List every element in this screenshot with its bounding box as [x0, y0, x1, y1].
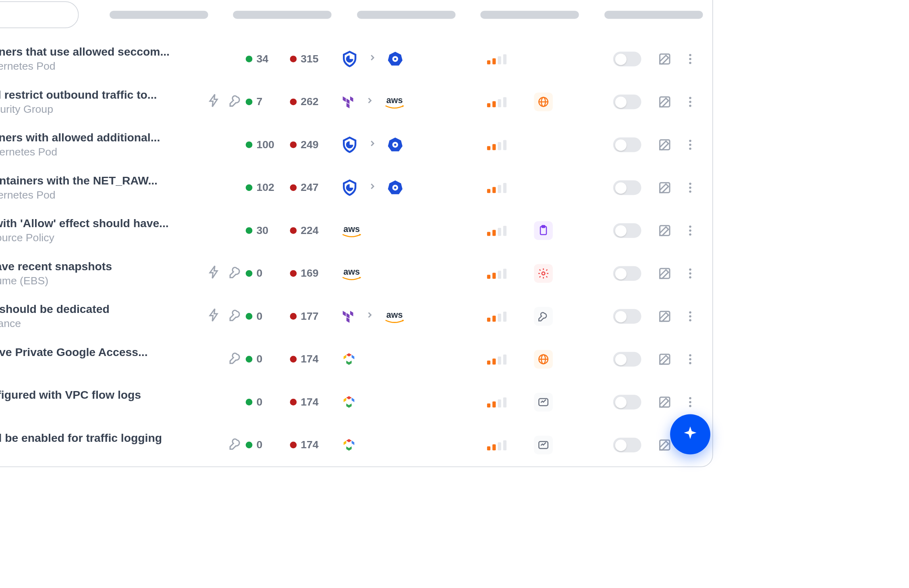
- filter-placeholder[interactable]: [357, 11, 455, 19]
- svg-point-17: [689, 105, 691, 107]
- svg-point-25: [689, 147, 691, 150]
- platform-icons: aws: [341, 224, 435, 238]
- fail-count: 169: [290, 267, 338, 280]
- svg-point-45: [689, 268, 691, 271]
- svg-point-67: [689, 362, 691, 364]
- fail-count: 174: [290, 439, 338, 451]
- toggle-switch[interactable]: [613, 352, 641, 367]
- rule-text: Pod should run containers with allowed a…: [0, 131, 187, 158]
- rule-subtitle: Pod-013 - undefined Kubernetes Pod: [0, 189, 187, 201]
- pass-count: 0: [246, 353, 287, 365]
- wrench-icon: [228, 436, 243, 453]
- toggle-switch[interactable]: [613, 266, 641, 281]
- wrench-icon: [228, 350, 243, 368]
- rule-row[interactable]: VPC Flow Logs should be enabled for traf…: [0, 424, 712, 466]
- svg-point-46: [689, 272, 691, 275]
- rule-row[interactable]: Pod should not run containers with the N…: [0, 166, 712, 209]
- category-icon: [530, 307, 557, 326]
- edit-button[interactable]: [655, 395, 675, 410]
- platform-icons: [341, 394, 435, 410]
- edit-button[interactable]: [655, 266, 675, 281]
- wrench-icon: [228, 265, 243, 282]
- more-button[interactable]: [681, 267, 699, 280]
- edit-button[interactable]: [655, 137, 675, 152]
- svg-rect-50: [660, 311, 670, 321]
- more-button[interactable]: [681, 224, 699, 237]
- svg-point-52: [689, 315, 691, 318]
- svg-point-29: [394, 186, 396, 188]
- fail-count: 249: [290, 139, 338, 151]
- rule-subtitle: VPC-009 - GCP Subnet: [0, 360, 187, 373]
- fail-count: 262: [290, 96, 338, 108]
- severity-indicator: [487, 226, 527, 236]
- flag-icons: [189, 265, 243, 282]
- edit-button[interactable]: [655, 180, 675, 195]
- toggle-switch[interactable]: [613, 137, 641, 152]
- more-button[interactable]: [681, 395, 699, 409]
- rule-subtitle: Pod-022 - Undefined Kubernetes Pod: [0, 146, 187, 158]
- filter-placeholder[interactable]: [604, 11, 703, 19]
- rule-subtitle: EC2-003 - AWS EC2 Instance: [0, 318, 187, 330]
- rule-text: Subnet should be configured with VPC flo…: [0, 389, 187, 416]
- svg-rect-30: [660, 183, 670, 193]
- more-button[interactable]: [681, 138, 699, 151]
- edit-button[interactable]: [655, 352, 675, 367]
- filter-placeholder[interactable]: [110, 11, 208, 19]
- toggle-switch[interactable]: [613, 223, 641, 238]
- rule-text: IAM Resource Policy with 'Allow' effect …: [0, 217, 187, 244]
- more-button[interactable]: [681, 52, 699, 66]
- more-button[interactable]: [681, 95, 699, 108]
- edit-button[interactable]: [655, 52, 675, 66]
- svg-point-43: [542, 272, 545, 275]
- more-button[interactable]: [681, 310, 699, 323]
- filter-placeholder[interactable]: [233, 11, 332, 19]
- rule-text: Security Group should restrict outbound …: [0, 89, 187, 116]
- rule-row[interactable]: EC2 instance tenancy should be dedicated…: [0, 295, 712, 337]
- svg-rect-88: [660, 440, 670, 450]
- svg-point-33: [689, 190, 691, 193]
- svg-rect-37: [660, 226, 670, 235]
- rule-row[interactable]: IAM Resource Policy with 'Allow' effect …: [0, 209, 712, 252]
- rule-row[interactable]: Pod should run containers that use allow…: [0, 37, 712, 80]
- pass-count: 0: [246, 310, 287, 322]
- svg-point-47: [689, 276, 691, 279]
- svg-point-9: [689, 58, 691, 60]
- severity-indicator: [487, 54, 527, 64]
- edit-button[interactable]: [655, 309, 675, 324]
- svg-point-39: [689, 230, 691, 232]
- toggle-switch[interactable]: [613, 95, 641, 110]
- fail-count: 315: [290, 53, 338, 65]
- toggle-switch[interactable]: [613, 180, 641, 195]
- platform-icons: aws: [341, 95, 435, 110]
- ai-assistant-fab[interactable]: [670, 414, 710, 454]
- rule-row[interactable]: Subnet should be configured with VPC flo…: [0, 381, 712, 423]
- rule-title: IAM Resource Policy with 'Allow' effect …: [0, 217, 187, 230]
- search-input[interactable]: [0, 1, 79, 28]
- edit-button[interactable]: [655, 223, 675, 238]
- severity-indicator: [487, 268, 527, 278]
- pass-count: 7: [246, 96, 287, 108]
- svg-rect-14: [660, 97, 670, 107]
- svg-rect-76: [660, 397, 670, 407]
- severity-indicator: [487, 397, 527, 407]
- flag-icons: [189, 436, 243, 453]
- more-button[interactable]: [681, 352, 699, 366]
- more-button[interactable]: [681, 181, 699, 194]
- platform-icons: [341, 50, 435, 68]
- svg-point-10: [689, 62, 691, 64]
- edit-button[interactable]: [655, 95, 675, 110]
- toggle-switch[interactable]: [613, 309, 641, 324]
- rule-row[interactable]: Pod should run containers with allowed a…: [0, 123, 712, 166]
- rules-card: Pod should run containers that use allow…: [0, 0, 713, 467]
- rule-row[interactable]: VPC subnet should have Private Google Ac…: [0, 338, 712, 381]
- toggle-switch[interactable]: [613, 395, 641, 410]
- rule-row[interactable]: Security Group should restrict outbound …: [0, 81, 712, 123]
- rule-text: VPC Flow Logs should be enabled for traf…: [0, 432, 187, 459]
- rule-row[interactable]: EBS volume should have recent snapshotsE…: [0, 252, 712, 295]
- toggle-switch[interactable]: [613, 52, 641, 66]
- toggle-switch[interactable]: [613, 438, 641, 453]
- filter-placeholder[interactable]: [481, 11, 579, 19]
- severity-indicator: [487, 140, 527, 150]
- platform-icons: [341, 351, 435, 367]
- rule-text: Pod should run containers that use allow…: [0, 46, 187, 72]
